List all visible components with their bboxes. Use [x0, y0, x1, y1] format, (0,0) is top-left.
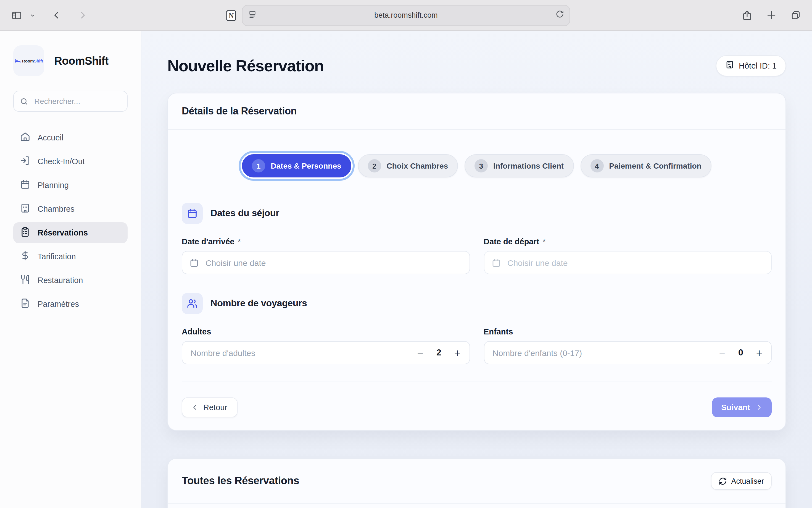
sidebar-item-label: Restauration: [38, 276, 83, 285]
table-header-row: ID Client Arrivée Départ Statut Reste à …: [168, 504, 785, 508]
step-number: 3: [475, 159, 488, 172]
step-number: 1: [252, 159, 265, 172]
search-icon: [20, 97, 28, 105]
next-step-label: Suivant: [721, 403, 750, 412]
calendar-icon: [20, 179, 31, 192]
reader-view-icon[interactable]: [248, 10, 257, 21]
home-icon: [20, 131, 31, 144]
chevron-right-icon: [756, 404, 762, 411]
sidebar-item-label: Réservations: [38, 228, 88, 237]
share-icon[interactable]: [739, 8, 755, 23]
building-icon: [20, 203, 31, 215]
refresh-icon: [718, 477, 727, 485]
chevron-left-icon: [192, 404, 198, 411]
arrival-date-field[interactable]: [182, 251, 470, 274]
reservation-details-card: Détails de la Réservation 1 Dates & Pers…: [168, 93, 786, 431]
sidebar-item-planning[interactable]: Planning: [13, 175, 128, 196]
sidebar-item-label: Accueil: [38, 133, 63, 142]
sidebar-item-reservations[interactable]: Réservations: [13, 222, 128, 243]
step-choix-chambres[interactable]: 2 Choix Chambres: [358, 154, 458, 177]
site-favicon-icon: N: [224, 9, 238, 22]
sidebar-item-tarification[interactable]: Tarification: [13, 246, 128, 267]
children-decrement-button[interactable]: −: [719, 347, 725, 358]
bed-icon: [14, 57, 21, 64]
search-input[interactable]: [33, 96, 121, 106]
reservations-title: Toutes les Réservations: [182, 475, 299, 487]
app-logo: RoomShift: [13, 45, 44, 76]
calendar-section-icon: [182, 203, 203, 224]
back-step-label: Retour: [203, 403, 227, 412]
calendar-icon: [491, 258, 501, 267]
sidebar-search[interactable]: [13, 91, 128, 112]
tab-overview-icon[interactable]: [788, 8, 803, 23]
step-informations-client[interactable]: 3 Informations Client: [465, 154, 574, 177]
sidebar-item-restauration[interactable]: Restauration: [13, 270, 128, 291]
sidebar-toggle-icon[interactable]: [9, 7, 24, 23]
card-title: Détails de la Réservation: [182, 105, 297, 117]
children-field: − 0 +: [484, 341, 772, 364]
users-section-icon: [182, 293, 203, 314]
sidebar-item-chambres[interactable]: Chambres: [13, 199, 128, 219]
refresh-label: Actualiser: [731, 477, 764, 485]
arrival-date-label: Date d'arrivée*: [182, 237, 470, 246]
departure-date-input[interactable]: [506, 257, 764, 268]
sidebar-item-parametres[interactable]: Paramètres: [13, 294, 128, 314]
svg-text:N: N: [229, 12, 234, 19]
forward-button[interactable]: [76, 8, 90, 22]
page-title: Nouvelle Réservation: [168, 57, 324, 75]
adults-field: − 2 +: [182, 341, 470, 364]
file-icon: [20, 298, 31, 310]
all-reservations-card: Toutes les Réservations Actualiser ID Cl…: [168, 458, 786, 508]
step-label: Dates & Personnes: [271, 161, 341, 170]
brand-title: RoomShift: [54, 54, 108, 67]
hotel-id-text: Hôtel ID: 1: [739, 61, 777, 70]
arrival-date-input[interactable]: [204, 257, 462, 268]
browser-window: N beta.roomshift.com: [0, 0, 812, 508]
back-step-button[interactable]: Retour: [182, 397, 237, 417]
adults-decrement-button[interactable]: −: [417, 347, 423, 358]
back-button[interactable]: [50, 8, 63, 22]
step-label: Choix Chambres: [387, 161, 448, 170]
reload-icon[interactable]: [556, 10, 564, 20]
step-dates-personnes[interactable]: 1 Dates & Personnes: [242, 154, 351, 177]
sidebar-item-accueil[interactable]: Accueil: [13, 127, 128, 148]
children-label: Enfants: [484, 327, 772, 336]
calendar-icon: [189, 258, 199, 267]
adults-label: Adultes: [182, 327, 470, 336]
browser-toolbar: N beta.roomshift.com: [0, 0, 812, 31]
step-number: 4: [590, 159, 604, 172]
adults-input[interactable]: [189, 347, 412, 358]
travelers-section-title: Nombre de voyageurs: [210, 298, 307, 309]
next-step-button[interactable]: Suivant: [712, 397, 772, 417]
wizard-stepper: 1 Dates & Personnes 2 Choix Chambres 3 I…: [182, 154, 772, 177]
departure-date-field[interactable]: [484, 251, 772, 274]
utensils-icon: [20, 274, 31, 287]
adults-increment-button[interactable]: +: [454, 347, 461, 358]
sidebar-item-label: Planning: [38, 181, 69, 189]
refresh-button[interactable]: Actualiser: [711, 472, 772, 490]
sidebar-nav: Accueil Check-In/Out Planning Chambres R…: [13, 127, 128, 314]
new-tab-icon[interactable]: [764, 8, 779, 23]
dates-section-title: Dates du séjour: [210, 208, 279, 219]
building-icon: [725, 60, 734, 71]
children-increment-button[interactable]: +: [756, 347, 762, 358]
login-icon: [20, 155, 31, 168]
main-content: Nouvelle Réservation Hôtel ID: 1 Détails…: [141, 31, 812, 508]
url-bar[interactable]: beta.roomshift.com: [242, 5, 570, 26]
sidebar: RoomShift RoomShift Accueil Check-I: [0, 31, 141, 508]
required-marker: *: [238, 237, 241, 246]
children-value: 0: [737, 348, 744, 357]
adults-value: 2: [436, 348, 442, 357]
sidebar-item-checkinout[interactable]: Check-In/Out: [13, 151, 128, 172]
sidebar-item-label: Check-In/Out: [38, 157, 85, 166]
children-input[interactable]: [491, 347, 714, 358]
logo-wordmark: RoomShift: [22, 58, 43, 63]
step-label: Informations Client: [493, 161, 564, 170]
sidebar-item-label: Tarification: [38, 252, 76, 261]
sidebar-item-label: Paramètres: [38, 300, 79, 308]
clipboard-icon: [20, 226, 31, 239]
hotel-id-badge: Hôtel ID: 1: [716, 55, 786, 76]
toolbar-chevron-down-icon[interactable]: [28, 10, 38, 20]
dollar-icon: [20, 250, 31, 263]
step-paiement-confirmation[interactable]: 4 Paiement & Confirmation: [580, 154, 712, 177]
